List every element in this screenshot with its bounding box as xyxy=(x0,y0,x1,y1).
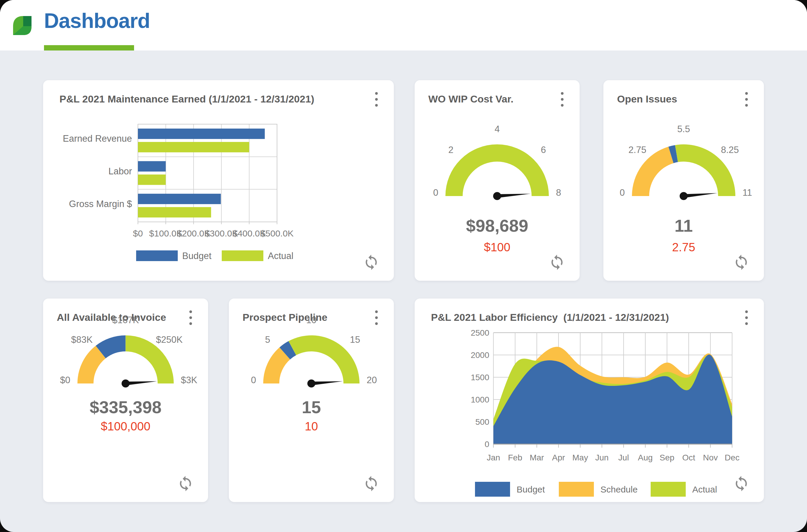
svg-text:2.75: 2.75 xyxy=(628,145,646,155)
svg-text:1500: 1500 xyxy=(471,373,489,382)
svg-text:Jun: Jun xyxy=(595,453,608,462)
svg-text:8: 8 xyxy=(556,187,561,198)
refresh-icon[interactable] xyxy=(363,254,380,271)
app-header: Dashboard xyxy=(0,0,807,51)
svg-text:5: 5 xyxy=(265,335,270,345)
svg-text:5.5: 5.5 xyxy=(677,124,690,134)
card-open-issues: Open Issues 02.755.58.2511 11 2.75 xyxy=(603,80,764,281)
card-wo-wip-cost-var: WO WIP Cost Var. 02468 $98,689 $100 xyxy=(415,80,580,281)
refresh-icon[interactable] xyxy=(549,254,565,271)
svg-text:0: 0 xyxy=(251,375,256,385)
title-underline-accent xyxy=(44,45,134,51)
svg-text:Budget: Budget xyxy=(182,251,212,261)
gauge-value: $335,398 xyxy=(43,397,208,417)
svg-text:$83K: $83K xyxy=(71,335,93,345)
refresh-icon[interactable] xyxy=(733,254,750,271)
page-title: Dashboard xyxy=(44,9,150,33)
svg-text:8.25: 8.25 xyxy=(721,145,739,155)
svg-text:$3K: $3K xyxy=(181,375,197,385)
svg-text:Schedule: Schedule xyxy=(601,484,638,494)
svg-text:$0: $0 xyxy=(133,228,143,238)
gauge-value: $98,689 xyxy=(415,216,580,235)
svg-text:10: 10 xyxy=(306,315,316,325)
svg-text:May: May xyxy=(572,453,588,462)
maintenance-bar-chart: $0$100.0K$200.0K$300.0K$400.0K$500.0KEar… xyxy=(43,80,394,281)
card-all-available-to-invoice: All Available to Invoice $0$83K$167K$250… xyxy=(43,299,208,502)
svg-text:0: 0 xyxy=(620,187,625,198)
svg-text:2: 2 xyxy=(448,145,453,155)
gauge-value: 11 xyxy=(603,216,764,235)
svg-text:4: 4 xyxy=(495,124,500,134)
svg-text:Aug: Aug xyxy=(638,453,653,462)
svg-text:Sep: Sep xyxy=(660,453,675,462)
dashboard-page: Dashboard P&L 2021 Maintenance Earned (1… xyxy=(0,0,807,532)
gauge-target-value: 10 xyxy=(229,420,394,433)
svg-text:Dec: Dec xyxy=(725,453,739,462)
svg-text:Jan: Jan xyxy=(487,453,500,462)
svg-text:Actual: Actual xyxy=(268,251,293,261)
svg-text:0: 0 xyxy=(484,440,489,449)
refresh-icon[interactable] xyxy=(733,475,750,492)
gauge-target-value: $100 xyxy=(415,241,580,254)
svg-text:Labor: Labor xyxy=(109,166,132,176)
svg-text:0: 0 xyxy=(433,187,438,198)
svg-text:Feb: Feb xyxy=(508,453,522,462)
svg-text:$0: $0 xyxy=(60,375,70,385)
svg-text:$167K: $167K xyxy=(112,315,139,325)
gauge-target-value: 2.75 xyxy=(603,241,764,254)
refresh-icon[interactable] xyxy=(363,475,380,492)
svg-text:Oct: Oct xyxy=(682,453,695,462)
svg-text:Actual: Actual xyxy=(692,484,717,494)
svg-text:Jul: Jul xyxy=(618,453,629,462)
svg-text:500: 500 xyxy=(475,417,489,426)
svg-text:6: 6 xyxy=(541,145,546,155)
svg-text:20: 20 xyxy=(367,375,377,385)
card-maintenance-earned: P&L 2021 Maintenance Earned (1/1/2021 - … xyxy=(43,80,394,281)
leaf-dark-quadrant xyxy=(23,16,32,26)
gauge-target-value: $100,000 xyxy=(43,420,208,433)
svg-text:Earned Revenue: Earned Revenue xyxy=(63,133,132,144)
svg-text:15: 15 xyxy=(350,335,360,345)
svg-text:2500: 2500 xyxy=(471,328,489,338)
card-labor-efficiency: P&L 2021 Labor Efficiency (1/1/2021 - 12… xyxy=(415,299,764,502)
svg-text:$500.0K: $500.0K xyxy=(260,228,294,238)
gauge-value: 15 xyxy=(229,397,394,417)
app-logo-leaf-icon xyxy=(12,15,33,36)
card-prospect-pipeline: Prospect Pipeline 05101520 15 10 xyxy=(229,299,394,502)
svg-text:Mar: Mar xyxy=(530,453,544,462)
svg-text:Gross Margin $: Gross Margin $ xyxy=(69,199,132,209)
svg-text:Budget: Budget xyxy=(517,484,545,494)
refresh-icon[interactable] xyxy=(177,475,194,492)
svg-text:$250K: $250K xyxy=(156,335,183,345)
svg-text:Apr: Apr xyxy=(552,453,565,462)
labor-efficiency-area-chart: 05001000150020002500JanFebMarAprMayJunJu… xyxy=(415,299,764,502)
svg-text:Nov: Nov xyxy=(703,453,718,462)
svg-text:1000: 1000 xyxy=(471,395,489,404)
svg-text:2000: 2000 xyxy=(471,350,489,360)
svg-text:11: 11 xyxy=(742,187,752,198)
